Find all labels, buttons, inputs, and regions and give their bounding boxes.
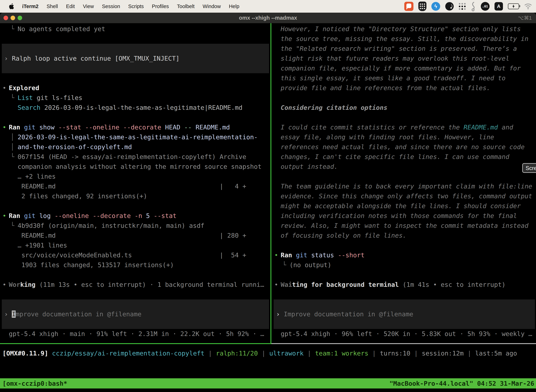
tmux-session-window[interactable]: [omx-cczip0:bash* — [2, 380, 67, 387]
reasoning-line: essay file, along with finding root file… — [281, 134, 494, 141]
waiting-spinner-text: ting for background terminal — [292, 281, 399, 288]
reasoning-line: might be acceptable alongside the file l… — [281, 202, 521, 210]
no-output-text: (no output) — [289, 261, 331, 269]
right-pane[interactable]: However, I noticed the "Directory Struct… — [272, 23, 536, 339]
shield-grid-icon[interactable] — [418, 2, 426, 11]
menu-profiles[interactable]: Profiles — [152, 4, 169, 9]
git-subcommand: show — [39, 124, 54, 131]
diffstat-line: src/voice/voiceModeEnabled.ts | 54 + — [18, 252, 246, 259]
separator: | — [262, 350, 266, 357]
reasoning-line: evidence. Since this change only affects… — [281, 192, 532, 200]
menu-shell[interactable]: Shell — [47, 4, 58, 9]
left-model-status-line: gpt-5.4 xhigh · main · 91% left · 2.31M … — [9, 330, 264, 337]
letter-a-icon[interactable]: A — [494, 2, 503, 10]
separator: | — [307, 350, 311, 357]
screen-tooltip: Scre — [522, 163, 536, 173]
working-spinner-text: king — [20, 281, 36, 288]
git-arg: HEAD — [165, 124, 180, 131]
blue-sync-icon[interactable]: ϟ — [431, 2, 440, 11]
bullet-icon: • — [2, 83, 6, 93]
menu-scripts[interactable]: Scripts — [128, 4, 144, 9]
menu-edit[interactable]: Edit — [66, 4, 75, 9]
left-prompt-placeholder[interactable]: mprove documentation in @filename — [16, 311, 141, 318]
tree-guide: │ — [10, 142, 14, 152]
git-subcommand: status — [311, 252, 334, 259]
omx-branch-path: cczip/essay/ai-reimplementation-copyleft — [52, 350, 205, 357]
list-verb: List — [18, 94, 33, 101]
git-flags: --oneline --decorate -n — [54, 212, 142, 219]
count-badge-icon[interactable]: ..61 — [481, 2, 490, 11]
wifi-icon[interactable] — [524, 3, 532, 9]
menu-help[interactable]: Help — [229, 4, 239, 9]
reasoning-line: companion file, especially if more comme… — [281, 65, 521, 72]
screen: iTerm2 Shell Edit View Session Scripts P… — [0, 0, 536, 392]
menu-view[interactable]: View — [83, 4, 94, 9]
reasoning-line: The team guideline is to back every impo… — [281, 183, 532, 190]
right-prompt-box[interactable]: › Improve documentation in @filename — [274, 299, 535, 329]
omx-turns: turns:10 — [380, 350, 410, 357]
ralph-loop-banner: › Ralph loop active continue [OMX_TMUX_I… — [2, 44, 269, 73]
commit-summary-line: 4b9d30f (origin/main, instructkr/main, m… — [18, 222, 204, 229]
dark-pie-icon[interactable] — [445, 2, 454, 11]
ralph-loop-text: Ralph loop active continue [OMX_TMUX_INJ… — [12, 55, 180, 62]
bullet-icon: • — [2, 211, 6, 221]
agents-status-text: No agents completed yet — [18, 25, 105, 33]
menu-session[interactable]: Session — [102, 4, 120, 9]
terminal: └No agents completed yet › Ralph loop ac… — [0, 23, 536, 392]
git-flags: --stat --oneline --decorate — [58, 124, 161, 131]
list-args: git ls-files — [37, 94, 82, 101]
git-arg: 5 — [146, 212, 150, 219]
left-pane[interactable]: └No agents completed yet › Ralph loop ac… — [0, 23, 270, 339]
ran-verb: Ran — [9, 212, 20, 219]
menu-window[interactable]: Window — [203, 4, 221, 9]
dots-grid-icon[interactable] — [459, 3, 466, 10]
reasoning-line: the source tree, missing the essay. Stil… — [281, 35, 528, 42]
left-prompt-box[interactable]: › Improve documentation in @filename — [2, 299, 269, 329]
git-token: git — [24, 124, 36, 131]
reasoning-line: references need actual files, and since … — [281, 143, 525, 150]
menu-toolbelt[interactable]: Toolbelt — [177, 4, 195, 9]
more-lines-indicator[interactable]: … +2 lines — [18, 173, 56, 180]
apple-menu-icon[interactable] — [9, 3, 15, 9]
pane-border-bottom-left[interactable] — [0, 343, 271, 344]
omx-ralph-counter: ralph:11/20 — [216, 350, 258, 357]
right-prompt-placeholder[interactable]: Improve documentation in @filename — [284, 311, 413, 318]
commit-summary-line: companion analysis without altering the … — [18, 163, 262, 170]
omx-mode: ultrawork — [269, 350, 304, 357]
reasoning-line: the "Related research writing" section i… — [281, 45, 517, 52]
reasoning-line: However, I noticed the "Directory Struct… — [281, 25, 521, 33]
diffstat-total: 1903 files changed, 513517 insertions(+) — [18, 261, 174, 269]
reasoning-line: I could cite commit statistics or refere… — [281, 124, 464, 131]
squiggle-icon[interactable] — [471, 1, 476, 11]
window-shortcut-badge: ⌥⌘1 — [518, 15, 532, 21]
commit-summary-line: 067f154 (HEAD -> essay/ai-reimplementati… — [18, 153, 246, 160]
tmux-status-bar[interactable]: [omx-cczip0:bash* "MacBook-Pro-44.local"… — [0, 378, 536, 388]
prompt-chevron: › — [4, 311, 8, 318]
readme-link[interactable]: README.md — [464, 124, 498, 131]
right-model-status-line: gpt-5.4 xhigh · 96% left · 520K in · 5.8… — [281, 330, 532, 337]
pane-border-bottom-right[interactable] — [271, 343, 536, 344]
ran-verb: Ran — [9, 124, 20, 131]
git-flags: --stat — [154, 212, 177, 219]
more-lines-indicator[interactable]: … +1901 lines — [18, 242, 67, 249]
pane-divider-vertical[interactable] — [270, 23, 271, 343]
menu-items: iTerm2 Shell Edit View Session Scripts P… — [22, 4, 239, 9]
reasoning-line: slight risk that future readers may over… — [281, 55, 509, 62]
git-flags: --short — [338, 252, 364, 259]
tree-branch: └ — [10, 93, 14, 103]
menu-iterm2[interactable]: iTerm2 — [22, 4, 38, 9]
tree-branch: └ — [10, 152, 14, 162]
tree-branch: └ — [282, 260, 286, 270]
reasoning-heading: Considering citation options — [281, 104, 388, 111]
prompt-chevron: › — [276, 311, 280, 318]
reasoning-line: changes, I can't cite specific file line… — [281, 153, 509, 160]
git-subcommand: log — [39, 212, 51, 219]
working-detail: (11m 13s • esc to interrupt) · 1 backgro… — [36, 281, 264, 288]
prompt-chevron: › — [4, 55, 8, 62]
battery-icon[interactable] — [508, 3, 519, 9]
waiting-spinner-text: Wai — [281, 281, 292, 288]
reasoning-line: review. Also, I might want to inspect th… — [281, 222, 528, 229]
tree-branch: └ — [10, 221, 14, 231]
separator: | — [208, 350, 212, 357]
chat-badge-icon[interactable] — [404, 2, 413, 11]
